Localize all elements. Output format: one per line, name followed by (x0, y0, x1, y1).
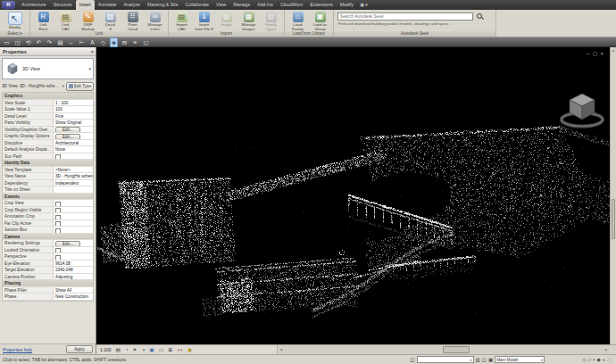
tab-massing-site[interactable]: Massing & Site (144, 0, 182, 10)
property-value[interactable]: None None (54, 146, 93, 153)
thin-lines-icon[interactable]: ≡ (131, 38, 139, 46)
point-cloud-button[interactable]: ⠿ Point Cloud (122, 11, 143, 32)
type-selector[interactable]: 3D View ▾ (2, 58, 94, 79)
property-value[interactable]: 3D - HungHis schema 3D - HungHis schema (54, 173, 93, 179)
drag-on-selection-icon[interactable]: + (603, 356, 605, 364)
ribbon-options-icon[interactable]: ▣ ▾ (357, 0, 370, 10)
manage-links-button[interactable]: ∞ Manage Links (145, 11, 165, 32)
close-icon[interactable]: × (90, 47, 94, 56)
section-icon[interactable]: ⊟ (121, 38, 129, 46)
edit-button[interactable]: Edit... (55, 127, 80, 132)
link-revit-button[interactable]: R Link Revit (33, 11, 54, 32)
scroll-left-icon[interactable]: ◂ (278, 345, 285, 354)
tab-modify[interactable]: Modify (337, 0, 357, 10)
close-view-icon[interactable]: × (601, 51, 604, 56)
link-cad-button[interactable]: ▤ Link CAD (55, 11, 76, 32)
property-value[interactable] (54, 200, 93, 206)
modify-button[interactable]: ↖ Modify (3, 11, 27, 30)
tab-add-ins[interactable]: Add-Ins (254, 0, 277, 10)
instance-selector[interactable]: 3D View: 3D - HungHis schema (2, 84, 61, 88)
property-value[interactable]: Adjusting Adjusting (54, 274, 93, 280)
chevron-down-icon[interactable]: ▾ (62, 84, 64, 88)
property-value[interactable] (54, 153, 93, 160)
tab-collaborate[interactable]: Collaborate (182, 0, 213, 10)
tab-analyze[interactable]: Analyze (121, 0, 144, 10)
select-pinned-icon[interactable]: ▪ (594, 356, 595, 364)
horizontal-scroll-thumb[interactable] (443, 346, 470, 353)
property-value[interactable]: <None> <None> (54, 167, 93, 173)
redo-icon[interactable]: ↷ (46, 38, 54, 46)
import-cad-button[interactable]: ▤ Import CAD (171, 11, 192, 32)
tag-icon[interactable]: ◇ (99, 38, 107, 46)
property-value[interactable] (54, 247, 93, 253)
vertical-scroll-thumb[interactable] (612, 199, 615, 239)
shadows-icon[interactable]: ◑ (142, 345, 146, 354)
show-crop-icon[interactable]: ⊞ (168, 345, 172, 354)
horizontal-scrollbar[interactable]: ◂ ▸ (278, 345, 616, 354)
viewcube[interactable] (557, 83, 607, 133)
property-value[interactable] (54, 213, 93, 219)
detail-level-icon[interactable]: ▤ (116, 345, 121, 354)
resize-grip[interactable] (607, 357, 613, 363)
default-3d-view-icon[interactable]: ◈ (110, 37, 118, 47)
gray-inactive-worksets-icon[interactable]: ▥ (476, 356, 480, 364)
open-icon[interactable]: ▭ (3, 38, 11, 46)
insert-from-file-button[interactable]: ⇓ Insert from File ▾ (194, 11, 214, 32)
property-value[interactable]: Architectural Architectural (54, 140, 93, 146)
edit-button[interactable]: Edit... (55, 134, 80, 139)
tab-annotate[interactable]: Annotate (95, 0, 121, 10)
search-icon[interactable] (476, 12, 484, 21)
property-value[interactable]: Show Original Show Original (54, 120, 93, 126)
property-value[interactable] (54, 186, 93, 193)
apply-button[interactable]: Apply (66, 345, 93, 353)
visual-style-icon[interactable]: ◔ (125, 345, 129, 354)
import-family-types-button[interactable]: ▧ Family Types (261, 11, 281, 32)
tab-manage[interactable]: Manage (229, 0, 254, 10)
select-underlay-icon[interactable]: ▱ (587, 356, 591, 364)
active-design-option-select[interactable]: Main Model ▾ (495, 356, 545, 363)
tab-structure[interactable]: Structure (50, 0, 76, 10)
minimize-view-icon[interactable]: ‒ (587, 51, 589, 56)
sync-icon[interactable]: ⟲ (24, 38, 32, 46)
application-menu-icon[interactable]: R (2, 1, 15, 9)
select-by-face-icon[interactable]: ◆ (597, 356, 601, 364)
select-links-icon[interactable]: ◇ (582, 356, 586, 364)
crop-view-icon[interactable]: ▭ (159, 345, 163, 354)
text-icon[interactable]: A (88, 38, 96, 46)
property-value[interactable]: Edit... Edit... (54, 133, 93, 139)
property-value[interactable]: Edit... Edit... (54, 240, 93, 246)
undo-icon[interactable]: ↶ (35, 38, 43, 46)
aligned-dimension-icon[interactable]: ⊢ (78, 38, 86, 46)
property-value[interactable]: Show All Show All (54, 287, 93, 294)
design-options-icon[interactable]: ▣ (488, 356, 493, 364)
tab-architecture[interactable]: Architecture (18, 0, 50, 10)
switch-windows-icon[interactable]: ◱ (142, 38, 150, 46)
point-cloud-3d-view[interactable] (96, 47, 610, 344)
property-value[interactable] (54, 207, 93, 213)
edit-type-button[interactable]: Edit Type (66, 82, 94, 91)
tab-extensions[interactable]: Extensions (306, 0, 336, 10)
property-value[interactable]: 1 : 100 1 : 100 (54, 100, 93, 106)
tab-cloudworx[interactable]: CloudWorx (277, 0, 307, 10)
property-value[interactable]: 2340.048 2340.048 (54, 267, 93, 273)
tab-insert[interactable]: Insert (76, 0, 95, 10)
decal-button[interactable]: ▨ Decal ▾ (100, 11, 121, 32)
vertical-scrollbar[interactable]: ▴ (610, 47, 616, 344)
restore-view-icon[interactable]: ◻ (593, 51, 597, 56)
edit-button[interactable]: Edit... (55, 241, 80, 246)
property-value[interactable]: Fine Fine (54, 113, 93, 120)
image-button[interactable]: ▦ Image (216, 11, 237, 28)
measure-icon[interactable]: ↔ (67, 38, 75, 46)
properties-help-link[interactable]: Properties help (3, 348, 32, 352)
print-icon[interactable]: ▤ (56, 38, 64, 46)
scroll-right-icon[interactable]: ▸ (603, 345, 610, 354)
seek-search-input[interactable] (337, 12, 473, 21)
property-value[interactable]: Independent Independent (54, 180, 93, 186)
property-value[interactable]: 9614.08 9614.08 (54, 261, 93, 267)
property-value[interactable] (54, 253, 93, 260)
temporary-hide-isolate-icon[interactable]: ◖◗ (177, 345, 183, 354)
property-value[interactable]: Edit... Edit... (54, 127, 93, 133)
reveal-hidden-icon[interactable]: ◉ (187, 345, 192, 354)
manage-images-button[interactable]: ▦ Manage Images (238, 11, 259, 32)
scale-control[interactable]: 1:100 (100, 345, 112, 354)
